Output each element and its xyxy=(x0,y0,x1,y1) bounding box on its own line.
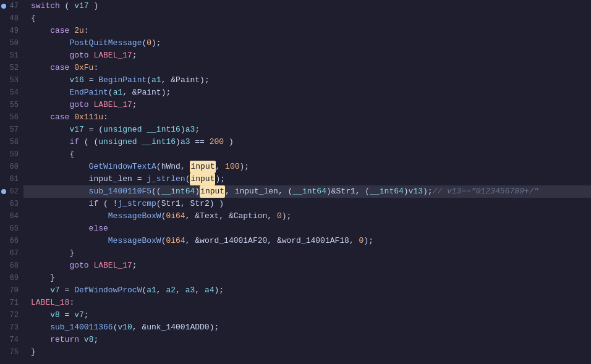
code-line: goto LABEL_17; xyxy=(23,260,591,272)
line-number: 51 xyxy=(0,49,23,62)
line-number: 57 xyxy=(0,124,23,136)
code-line: MessageBoxW(0i64, &Text, &Caption, 0); xyxy=(23,210,591,222)
line-number: 53 xyxy=(0,74,23,87)
code-line: case 0x111u: xyxy=(23,111,591,124)
code-line: PostQuitMessage(0); xyxy=(23,37,591,49)
code-line: goto LABEL_17; xyxy=(23,99,591,111)
line-number: 65 xyxy=(0,222,23,235)
line-number: 60 xyxy=(0,161,23,173)
code-line: v17 = (unsigned __int16)a3; xyxy=(23,124,591,136)
line-number: 50 xyxy=(0,37,23,49)
line-number: 64 xyxy=(0,210,23,222)
code-line: sub_140011366(v10, &unk_14001ADD0); xyxy=(23,321,591,334)
code-line: LABEL_18: xyxy=(23,297,591,309)
line-number: 56 xyxy=(0,111,23,124)
line-number: 48 xyxy=(0,12,23,25)
line-number: 58 xyxy=(0,136,23,148)
code-line: if ( !j_strcmp(Str1, Str2) ) xyxy=(23,198,591,210)
code-line: GetWindowTextA(hWnd, input, 100); xyxy=(23,161,591,173)
line-number: 66 xyxy=(0,235,23,247)
line-number: 71 xyxy=(0,297,23,309)
line-number: 68 xyxy=(0,260,23,272)
code-content: switch ( v17 ){ case 2u: PostQuitMessage… xyxy=(23,0,591,364)
code-line: return v8; xyxy=(23,334,591,346)
line-number: 47 xyxy=(0,0,23,12)
code-line: v16 = BeginPaint(a1, &Paint); xyxy=(23,74,591,87)
line-numbers: 4748495051525354555657585960616263646566… xyxy=(0,0,23,364)
code-line: EndPaint(a1, &Paint); xyxy=(23,87,591,99)
code-line: if ( (unsigned __int16)a3 == 200 ) xyxy=(23,136,591,148)
line-number: 73 xyxy=(0,321,23,334)
code-line: goto LABEL_17; xyxy=(23,49,591,62)
line-number: 59 xyxy=(0,148,23,161)
code-line: else xyxy=(23,222,591,235)
line-number: 72 xyxy=(0,309,23,321)
line-number: 75 xyxy=(0,346,23,358)
line-number: 54 xyxy=(0,87,23,99)
line-number: 70 xyxy=(0,284,23,297)
code-line: input_len = j_strlen(input); xyxy=(23,173,591,185)
code-line: case 2u: xyxy=(23,25,591,37)
line-number: 63 xyxy=(0,198,23,210)
code-line: switch ( v17 ) xyxy=(23,0,591,12)
line-number: 74 xyxy=(0,334,23,346)
code-editor: 4748495051525354555657585960616263646566… xyxy=(0,0,591,364)
code-line: case 0xFu: xyxy=(23,62,591,74)
code-line: MessageBoxW(0i64, &word_14001AF20, &word… xyxy=(23,235,591,247)
line-number: 49 xyxy=(0,25,23,37)
line-number: 61 xyxy=(0,173,23,185)
code-line: } xyxy=(23,272,591,284)
line-number: 67 xyxy=(0,247,23,260)
code-line: } xyxy=(23,346,591,358)
code-line: v7 = DefWindowProcW(a1, a2, a3, a4); xyxy=(23,284,591,297)
code-line: sub_1400110F5((__int64)input, input_len,… xyxy=(23,185,591,198)
line-number: 62 xyxy=(0,185,23,198)
line-number: 55 xyxy=(0,99,23,111)
code-line: } xyxy=(23,247,591,260)
code-line: { xyxy=(23,12,591,25)
code-line: v8 = v7; xyxy=(23,309,591,321)
line-number: 52 xyxy=(0,62,23,74)
line-number: 69 xyxy=(0,272,23,284)
code-line: { xyxy=(23,148,591,161)
